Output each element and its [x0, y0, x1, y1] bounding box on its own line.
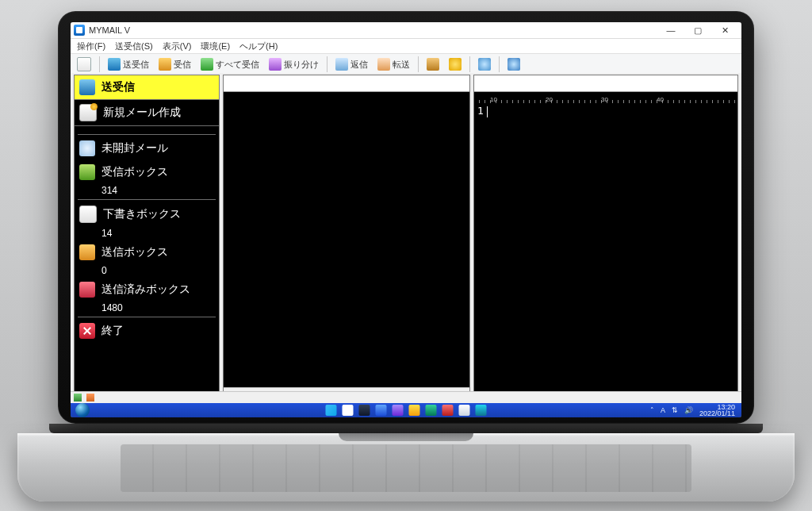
taskbar-center-apps	[326, 405, 487, 416]
nav-inbox-label: 受信ボックス	[102, 165, 168, 179]
system-tray[interactable]: ˄ A ⇅ 🔊 13:20 2022/01/11	[650, 404, 741, 417]
taskbar-app-widgets[interactable]	[376, 405, 387, 416]
taskbar-app-taskview[interactable]	[359, 405, 370, 416]
taskbar-app-chat[interactable]	[393, 405, 404, 416]
compose-icon	[77, 57, 91, 71]
nav-divider	[78, 199, 216, 200]
drafts-icon	[79, 206, 97, 223]
toolbar-separator	[418, 56, 419, 72]
screen: MYMAIL V — ▢ ✕ 操作(F) 送受信(S) 表示(V) 環境(E) …	[71, 22, 741, 417]
toolbar-sort[interactable]: 振り分け	[265, 55, 323, 74]
toolbar-search[interactable]	[474, 55, 495, 74]
text-cursor-icon	[487, 106, 488, 117]
taskbar-app-store[interactable]	[442, 405, 454, 416]
status-online-icon	[74, 394, 82, 402]
folder-nav: 送受信 新規メール作成 未開封メール 受信ボックス	[74, 75, 220, 402]
ruler-mark: 30	[601, 96, 657, 103]
taskbar-app-windows[interactable]	[326, 405, 337, 416]
mail-list-pane	[223, 75, 470, 402]
ruler-mark: 40	[657, 96, 712, 103]
taskbar-app-mymail[interactable]	[476, 405, 487, 416]
nav-new-mail-label: 新規メール作成	[103, 106, 181, 120]
taskbar-app-explorer[interactable]	[409, 405, 420, 416]
nav-inbox[interactable]: 受信ボックス 314	[75, 160, 219, 198]
menu-file[interactable]: 操作(F)	[73, 40, 109, 53]
sent-icon	[79, 282, 95, 298]
ruler-mark: 10	[490, 96, 546, 103]
toolbar-separator	[499, 56, 500, 72]
nav-new-mail[interactable]: 新規メール作成	[75, 100, 219, 126]
editor-line-number: 1	[477, 105, 484, 117]
tray-date: 2022/01/11	[699, 409, 735, 417]
nav-outbox-count: 0	[102, 265, 214, 276]
toolbar-favorite[interactable]	[445, 55, 465, 74]
menu-sendreceive[interactable]: 送受信(S)	[111, 40, 157, 53]
star-icon	[449, 58, 462, 71]
keyboard-illustration	[121, 444, 691, 492]
send-receive-icon	[108, 58, 121, 71]
editor-body[interactable]: 1	[474, 103, 737, 401]
tray-clock[interactable]: 13:20 2022/01/11	[699, 404, 735, 417]
mail-list-header[interactable]	[224, 75, 469, 92]
toolbar-address-book[interactable]	[423, 55, 443, 74]
forward-icon	[377, 58, 390, 71]
new-mail-icon	[79, 104, 97, 121]
toolbar-compose[interactable]	[73, 55, 95, 74]
nav-sent[interactable]: 送信済みボックス 1480	[75, 278, 219, 315]
toolbar-forward[interactable]: 転送	[373, 55, 414, 74]
toolbar-receive[interactable]: 受信	[155, 55, 195, 74]
maximize-button[interactable]: ▢	[684, 22, 711, 38]
editor-header[interactable]	[474, 75, 737, 92]
unread-icon	[79, 140, 95, 156]
laptop-deck	[17, 433, 795, 501]
toolbar-reply-label: 返信	[350, 59, 368, 71]
send-receive-icon	[79, 79, 95, 95]
taskbar-app-edge[interactable]	[426, 405, 437, 416]
menu-environment[interactable]: 環境(E)	[197, 40, 234, 53]
help-icon	[508, 58, 520, 71]
mail-list-body[interactable]	[224, 92, 469, 387]
receive-icon	[159, 58, 171, 71]
laptop-bezel: MYMAIL V — ▢ ✕ 操作(F) 送受信(S) 表示(V) 環境(E) …	[58, 11, 754, 424]
nav-exit[interactable]: 終了	[75, 319, 219, 343]
close-button[interactable]: ✕	[711, 22, 738, 38]
toolbar-send-receive-label: 送受信	[123, 59, 149, 71]
reply-icon	[335, 58, 348, 71]
menu-help[interactable]: ヘルプ(H)	[236, 40, 282, 53]
nav-inbox-count: 314	[102, 185, 214, 196]
nav-unread[interactable]: 未開封メール	[75, 136, 219, 160]
nav-unread-label: 未開封メール	[102, 141, 168, 156]
toolbar-help[interactable]	[504, 55, 524, 74]
toolbar-receive-all[interactable]: すべて受信	[197, 55, 263, 74]
toolbar-separator	[99, 56, 100, 72]
tray-ime-indicator[interactable]: A	[661, 406, 665, 414]
nav-divider	[78, 134, 216, 135]
nav-sent-count: 1480	[102, 302, 214, 313]
search-icon	[478, 58, 491, 71]
nav-outbox-label: 送信ボックス	[102, 245, 168, 259]
toolbar-send-receive[interactable]: 送受信	[104, 55, 153, 74]
nav-send-receive[interactable]: 送受信	[75, 75, 219, 100]
nav-outbox[interactable]: 送信ボックス 0	[75, 240, 219, 278]
ruler-mark: 20	[546, 96, 601, 103]
tray-volume-icon[interactable]: 🔊	[684, 406, 693, 414]
nav-exit-label: 終了	[102, 324, 124, 338]
tray-network-icon[interactable]: ⇅	[672, 406, 678, 414]
editor-pane: 10 20 30 40 1	[473, 75, 738, 402]
nav-send-receive-label: 送受信	[102, 80, 135, 94]
work-area: 送受信 新規メール作成 未開封メール 受信ボックス	[71, 73, 741, 406]
exit-icon	[79, 323, 95, 339]
taskbar-app-generic[interactable]	[459, 405, 470, 416]
nav-drafts-count: 14	[102, 228, 214, 239]
toolbar-reply[interactable]: 返信	[331, 55, 372, 74]
spacer	[75, 126, 219, 133]
nav-drafts[interactable]: 下書きボックス 14	[75, 202, 219, 240]
menu-view[interactable]: 表示(V)	[159, 40, 196, 53]
minimize-button[interactable]: —	[657, 22, 684, 38]
nav-divider	[78, 317, 216, 317]
tray-chevron-icon[interactable]: ˄	[650, 406, 654, 414]
address-book-icon	[427, 58, 439, 71]
toolbar-receive-label: 受信	[174, 59, 191, 71]
start-button[interactable]	[75, 403, 90, 417]
taskbar-app-search[interactable]	[343, 405, 354, 416]
